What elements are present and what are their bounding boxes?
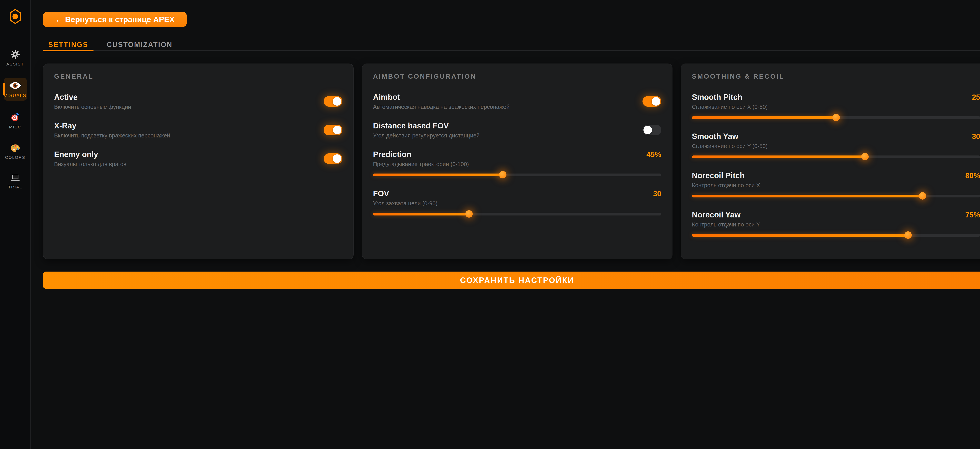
- setting-value: 30: [972, 132, 980, 141]
- setting-label: Distance based FOV: [373, 121, 480, 131]
- slider-knob[interactable]: [861, 153, 869, 161]
- setting-row-distance-based-fov: Distance based FOVУгол действия регулиру…: [373, 121, 661, 139]
- toggle-knob: [333, 126, 341, 134]
- slider-knob[interactable]: [919, 192, 926, 200]
- setting-row-enemy-only: Enemy onlyВизуалы только для врагов: [54, 150, 342, 168]
- slider-norecoil-pitch[interactable]: [692, 192, 980, 200]
- sidebar-item-trial[interactable]: TRIAL: [4, 171, 27, 192]
- slider-track[interactable]: [692, 234, 980, 237]
- setting-row-norecoil-yaw: Norecoil Yaw75%Контроль отдачи по оси Y: [692, 210, 980, 239]
- setting-label: Prediction: [373, 150, 411, 159]
- sidebar-nav: ASSISTVISUALSMISCCOLORSTRIAL: [4, 47, 27, 192]
- sidebar-item-colors[interactable]: COLORS: [4, 141, 27, 162]
- sidebar-item-label: MISC: [9, 125, 21, 129]
- slider-track[interactable]: [373, 213, 661, 215]
- setting-row-norecoil-pitch: Norecoil Pitch80%Контроль отдачи по оси …: [692, 171, 980, 200]
- slider-fill: [373, 174, 503, 176]
- sidebar-item-label: ASSIST: [6, 62, 24, 67]
- eye-icon: [9, 81, 22, 91]
- tab-customization[interactable]: CUSTOMIZATION: [94, 38, 186, 51]
- sidebar-item-visuals[interactable]: VISUALS: [4, 78, 27, 100]
- active-tab-indicator: [43, 49, 94, 51]
- setting-description: Сглаживание по оси Y (0-50): [692, 143, 980, 150]
- setting-label: Active: [54, 92, 131, 102]
- sidebar-item-label: COLORS: [5, 155, 25, 160]
- setting-row-prediction: Prediction45%Предугадывание траектории (…: [373, 150, 661, 178]
- toggle-active[interactable]: [324, 96, 342, 107]
- slider-fill: [373, 213, 469, 215]
- slider-track[interactable]: [692, 195, 980, 197]
- toggle-knob: [333, 154, 341, 163]
- panel-smoothing-recoil: SMOOTHING & RECOILSmooth Pitch25Сглажива…: [681, 64, 980, 260]
- gear-icon: [11, 50, 20, 59]
- toggle-x-ray[interactable]: [324, 125, 342, 135]
- sidebar-item-assist[interactable]: ASSIST: [4, 47, 27, 69]
- laptop-icon: [10, 174, 20, 182]
- setting-label: Enemy only: [54, 150, 126, 159]
- toggle-knob: [652, 97, 660, 106]
- panel-general: GENERALActiveВключить основные функцииX-…: [43, 64, 353, 260]
- setting-row-active: ActiveВключить основные функции: [54, 92, 342, 110]
- setting-row-smooth-pitch: Smooth Pitch25Сглаживание по оси X (0-50…: [692, 92, 980, 121]
- setting-description: Предугадывание траектории (0-100): [373, 161, 661, 168]
- toggle-knob: [643, 126, 652, 134]
- slider-row-header: Norecoil Yaw75%: [692, 210, 980, 220]
- panel-title: SMOOTHING & RECOIL: [692, 73, 980, 80]
- toggle-distance-based-fov[interactable]: [643, 125, 661, 135]
- setting-description: Автоматическая наводка на вражеских перс…: [373, 103, 509, 110]
- slider-row-header: Norecoil Pitch80%: [692, 171, 980, 180]
- slider-smooth-pitch[interactable]: [692, 113, 980, 121]
- setting-row-x-ray: X-RayВключить подсветку вражеских персон…: [54, 121, 342, 139]
- setting-text: Enemy onlyВизуалы только для врагов: [54, 150, 126, 168]
- slider-fill: [692, 195, 923, 197]
- slider-norecoil-yaw[interactable]: [692, 231, 980, 239]
- toggle-knob: [333, 97, 341, 106]
- slider-knob[interactable]: [904, 231, 912, 239]
- setting-label: Aimbot: [373, 92, 509, 102]
- setting-label: Smooth Pitch: [692, 92, 743, 102]
- slider-prediction[interactable]: [373, 171, 661, 178]
- setting-value: 45%: [646, 150, 661, 159]
- slider-knob[interactable]: [465, 210, 473, 218]
- setting-value: 25: [972, 93, 980, 102]
- target-icon: [11, 113, 20, 123]
- slider-track[interactable]: [373, 174, 661, 176]
- setting-value: 30: [653, 189, 661, 198]
- panel-title: GENERAL: [54, 73, 342, 80]
- sidebar-item-label: VISUALS: [4, 93, 27, 98]
- back-to-apex-button[interactable]: ← Вернуться к странице APEX: [43, 12, 187, 27]
- setting-description: Контроль отдачи по оси X: [692, 182, 980, 189]
- hex-logo-icon: [10, 22, 21, 25]
- setting-description: Сглаживание по оси X (0-50): [692, 103, 980, 110]
- toggle-enemy-only[interactable]: [324, 153, 342, 164]
- tab-bar: SETTINGS CUSTOMIZATION: [43, 38, 980, 51]
- save-settings-button[interactable]: СОХРАНИТЬ НАСТРОЙКИ: [43, 272, 980, 289]
- sidebar: ASSISTVISUALSMISCCOLORSTRIAL: [0, 0, 31, 449]
- setting-value: 80%: [965, 172, 980, 180]
- setting-text: Distance based FOVУгол действия регулиру…: [373, 121, 480, 139]
- slider-fov[interactable]: [373, 210, 661, 218]
- setting-description: Включить основные функции: [54, 103, 131, 110]
- sidebar-item-misc[interactable]: MISC: [4, 110, 27, 132]
- slider-fill: [692, 234, 908, 237]
- slider-knob[interactable]: [832, 114, 840, 121]
- slider-row-header: Prediction45%: [373, 150, 661, 159]
- panel-title: AIMBOT CONFIGURATION: [373, 73, 661, 80]
- main-content: ← Вернуться к странице APEX SETTINGS CUS…: [31, 0, 980, 449]
- toggle-aimbot[interactable]: [643, 96, 661, 107]
- tab-settings[interactable]: SETTINGS: [43, 38, 94, 51]
- setting-value: 75%: [965, 211, 980, 219]
- setting-row-aimbot: AimbotАвтоматическая наводка на вражески…: [373, 92, 661, 110]
- slider-fill: [692, 156, 865, 158]
- setting-label: Smooth Yaw: [692, 132, 738, 141]
- setting-text: ActiveВключить основные функции: [54, 92, 131, 110]
- slider-fill: [692, 116, 836, 119]
- setting-label: Norecoil Yaw: [692, 210, 740, 220]
- settings-panels: GENERALActiveВключить основные функцииX-…: [43, 64, 980, 260]
- sidebar-item-label: TRIAL: [8, 185, 22, 189]
- setting-text: X-RayВключить подсветку вражеских персон…: [54, 121, 170, 139]
- slider-track[interactable]: [692, 156, 980, 158]
- setting-label: FOV: [373, 189, 389, 198]
- slider-smooth-yaw[interactable]: [692, 153, 980, 161]
- slider-knob[interactable]: [499, 171, 506, 178]
